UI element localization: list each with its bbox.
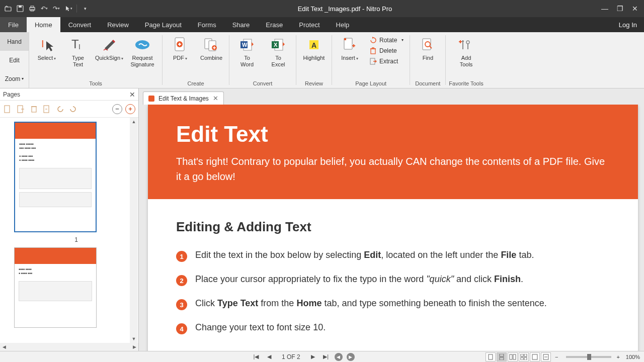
first-page-button[interactable]: |◀ — [252, 352, 261, 361]
thumb-new-icon[interactable] — [3, 105, 12, 114]
thumbnail-2[interactable]: ■■■■ ■■■■■ ■■■■ ■■■ — [14, 247, 97, 328]
word-icon: W — [238, 36, 256, 53]
login-button[interactable]: Log In — [612, 17, 644, 32]
status-bar: |◀ ◀ 1 OF 2 ▶ ▶| ◀ ▶ − + 100% — [0, 351, 644, 362]
to-word-button[interactable]: W To Word — [232, 34, 262, 68]
thumb-delete-icon[interactable] — [29, 105, 38, 114]
page-banner: Edit Text That's right! Contrary to popu… — [148, 105, 638, 199]
scroll-up-icon[interactable]: ▲ — [130, 118, 138, 126]
svg-text:I: I — [41, 38, 44, 49]
doc-tab-label: Edit Text & Images — [158, 95, 209, 102]
tab-erase[interactable]: Erase — [258, 17, 291, 32]
prev-page-button[interactable]: ◀ — [265, 352, 274, 361]
tab-file[interactable]: File — [0, 17, 27, 32]
tab-convert[interactable]: Convert — [60, 17, 100, 32]
scroll-left-icon[interactable]: ◀ — [0, 343, 8, 351]
zoom-level: 100% — [626, 354, 640, 360]
open-icon[interactable] — [4, 5, 12, 13]
tab-review[interactable]: Review — [99, 17, 137, 32]
section-heading: Editing & Adding Text — [176, 219, 610, 235]
mode-stack: Hand Edit Zoom▾ — [0, 32, 29, 88]
ribbon: Hand Edit Zoom▾ I Select TI Type Text Qu… — [0, 32, 644, 88]
zoom-out-button[interactable]: − — [555, 354, 558, 360]
thumbnails: ■■■■ ■■■■■■■■ ■■■■ ■■■■ ■■■■ ■■■■ ■■■■ ■… — [0, 118, 138, 343]
select-button[interactable]: I Select — [32, 34, 61, 62]
tab-page-layout[interactable]: Page Layout — [137, 17, 190, 32]
document-tab[interactable]: Edit Text & Images ✕ — [143, 92, 224, 105]
thumb-rotate-right-icon[interactable] — [68, 105, 77, 114]
mode-zoom[interactable]: Zoom▾ — [0, 69, 29, 88]
undo-icon[interactable]: ↶▾ — [40, 5, 48, 13]
qat-customize-icon[interactable]: ▾ — [81, 5, 89, 13]
add-tools-button[interactable]: Add Tools — [452, 34, 481, 68]
title-bar: ↶▾ ↷▾ ▾ ▾ Edit Text _Images.pdf - Nitro … — [0, 0, 644, 17]
rotate-button[interactable]: Rotate▾ — [366, 35, 407, 45]
save-icon[interactable] — [16, 5, 24, 13]
zoom-slider[interactable] — [566, 356, 611, 358]
tab-forms[interactable]: Forms — [190, 17, 224, 32]
svg-rect-41 — [524, 357, 527, 360]
step-4: 4Change your text to font size 10. — [176, 322, 610, 334]
combine-button[interactable]: Combine — [197, 34, 226, 61]
highlight-button[interactable]: A Highlight — [299, 34, 329, 61]
quicksign-button[interactable]: QuickSign — [95, 34, 124, 62]
view-continuous-button[interactable] — [497, 352, 507, 361]
thumb-extract-icon[interactable] — [16, 105, 25, 114]
scroll-right-icon[interactable]: ▶ — [130, 343, 138, 351]
view-fullscreen-button[interactable] — [530, 352, 540, 361]
excel-icon: X — [270, 36, 287, 53]
nav-forward-button[interactable]: ▶ — [347, 353, 355, 361]
maximize-button[interactable]: ❐ — [616, 5, 624, 13]
last-page-button[interactable]: ▶| — [321, 352, 331, 361]
step-2: 2Place your cursor appropriately to fix … — [176, 274, 610, 286]
type-text-button[interactable]: TI Type Text — [63, 34, 93, 68]
view-facing-continuous-button[interactable] — [519, 352, 529, 361]
delete-button[interactable]: Delete — [366, 46, 407, 55]
page-view[interactable]: Edit Text That's right! Contrary to popu… — [148, 105, 638, 351]
tab-protect[interactable]: Protect — [291, 17, 328, 32]
cursor-tool-icon[interactable]: ▾ — [64, 5, 72, 13]
view-facing-button[interactable] — [508, 352, 518, 361]
find-button[interactable]: Find — [413, 34, 442, 61]
type-text-icon: TI — [69, 36, 87, 53]
doc-tab-icon — [148, 96, 154, 102]
pages-panel-close[interactable]: ✕ — [129, 90, 135, 99]
scroll-down-icon[interactable]: ▼ — [130, 335, 138, 343]
thumb-hscrollbar[interactable]: ◀ ▶ — [0, 343, 138, 351]
print-icon[interactable] — [28, 5, 36, 13]
thumb-zoom-in[interactable]: + — [125, 104, 135, 114]
rotate-icon — [369, 36, 377, 44]
view-single-button[interactable] — [486, 352, 496, 361]
view-fit-width-button[interactable] — [541, 352, 551, 361]
redo-icon[interactable]: ↷▾ — [52, 5, 60, 13]
to-excel-button[interactable]: X To Excel — [264, 34, 293, 68]
mode-hand[interactable]: Hand — [0, 32, 29, 51]
svg-point-28 — [466, 41, 469, 44]
thumb-scrollbar[interactable]: ▲ ▼ — [130, 118, 138, 343]
svg-rect-4 — [31, 6, 34, 8]
tab-help[interactable]: Help — [328, 17, 358, 32]
doc-tab-close[interactable]: ✕ — [213, 95, 218, 102]
zoom-in-button[interactable]: + — [616, 354, 619, 360]
extract-button[interactable]: Extract — [366, 56, 407, 66]
thumb-replace-icon[interactable] — [42, 105, 51, 114]
svg-text:X: X — [274, 42, 278, 48]
minimize-button[interactable]: — — [601, 5, 609, 13]
close-button[interactable]: ✕ — [631, 5, 639, 13]
thumb-rotate-left-icon[interactable] — [55, 105, 64, 114]
mode-edit[interactable]: Edit — [0, 51, 29, 69]
svg-text:W: W — [242, 42, 248, 48]
thumb-zoom-out[interactable]: − — [112, 104, 122, 114]
tab-home[interactable]: Home — [27, 17, 60, 32]
svg-rect-40 — [521, 357, 523, 360]
tab-share[interactable]: Share — [224, 17, 258, 32]
page-subtitle: That's right! Contrary to popular belief… — [176, 154, 610, 184]
pdf-button[interactable]: PDF — [166, 34, 195, 62]
next-page-button[interactable]: ▶ — [308, 352, 317, 361]
svg-rect-24 — [371, 49, 375, 54]
request-signature-button[interactable]: Request Signature — [126, 34, 159, 68]
thumbnail-1[interactable]: ■■■■ ■■■■■■■■ ■■■■ ■■■■ ■■■■ ■■■■ ■■■■ ■… — [14, 122, 97, 232]
nav-back-button[interactable]: ◀ — [335, 353, 343, 361]
insert-button[interactable]: Insert — [335, 34, 364, 62]
svg-rect-36 — [510, 354, 512, 359]
